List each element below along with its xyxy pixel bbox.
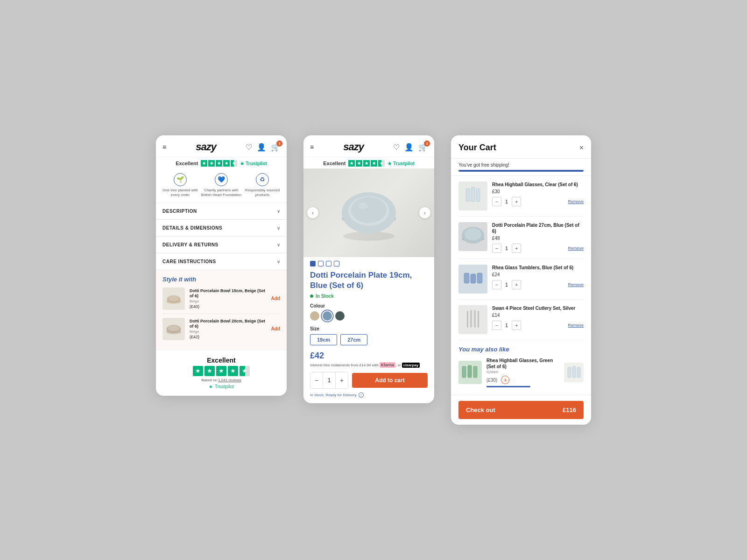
chevron-care: ∨: [277, 259, 280, 264]
klarna-text: Interest free instalments from £14.00 wi…: [310, 363, 428, 367]
account-icon-mid[interactable]: 👤: [404, 143, 414, 152]
qty-minus[interactable]: −: [310, 372, 323, 388]
colour-dark[interactable]: [335, 311, 345, 321]
cart-remove-2[interactable]: Remove: [568, 246, 584, 251]
cart-minus-2[interactable]: −: [492, 244, 501, 253]
tp-big-star-5: ★: [240, 366, 250, 376]
carousel-dot-2[interactable]: [318, 261, 324, 266]
style-item-add-bowl-20[interactable]: Add: [271, 326, 280, 331]
accordion-description[interactable]: DESCRIPTION ∨: [156, 203, 287, 220]
cart-item-controls-1: − 1 + Remove: [492, 197, 584, 206]
svg-rect-23: [477, 273, 482, 283]
brand-logo-left[interactable]: sazy: [196, 141, 216, 153]
feature-charity: 💙 Charity partners with British Heart Fo…: [201, 173, 242, 198]
accordion-delivery-label: DELIVERY & RETURNS: [162, 242, 218, 247]
svg-rect-30: [462, 366, 466, 378]
svg-rect-24: [458, 305, 487, 334]
cart-close-button[interactable]: ×: [579, 144, 584, 152]
cart-qty-3: − 1 +: [492, 280, 521, 289]
accordion-care-label: CARE INSTRUCTIONS: [162, 259, 216, 264]
accordion-details-label: DETAILS & DIMENSIONS: [162, 225, 222, 231]
delivery-note: In Stock. Ready for Delivery. i: [310, 392, 428, 398]
cart-minus-1[interactable]: −: [492, 197, 501, 206]
cart-remove-4[interactable]: Remove: [568, 323, 584, 328]
cart-item-price-4: £14: [492, 313, 584, 318]
header-icons-left: ♡ 👤 🛒 3: [246, 143, 280, 152]
cart-icon-mid[interactable]: 🛒 3: [418, 143, 428, 152]
menu-icon[interactable]: ≡: [162, 143, 166, 151]
cart-remove-1[interactable]: Remove: [568, 199, 584, 204]
info-icon[interactable]: i: [359, 392, 364, 398]
size-19cm[interactable]: 19cm: [310, 334, 337, 345]
rec-price-row-1: (£30) +: [486, 376, 559, 384]
colour-beige[interactable]: [310, 311, 319, 321]
heart-charity-icon: 💙: [215, 173, 228, 186]
rec-price-1: (£30): [486, 378, 497, 383]
cart-plus-2[interactable]: +: [512, 244, 521, 253]
rec-color-1: Green: [486, 370, 559, 374]
wishlist-icon[interactable]: ♡: [246, 143, 252, 152]
style-item-add-bowl-15[interactable]: Add: [271, 296, 280, 301]
reviews-link[interactable]: 1,041 reviews: [218, 378, 241, 382]
feature-eco: ♻ Responsibly sourced products: [242, 173, 283, 198]
size-27cm[interactable]: 27cm: [340, 334, 367, 345]
account-icon[interactable]: 👤: [257, 143, 266, 152]
cart-item-img-3: [458, 265, 487, 294]
qty-plus[interactable]: +: [336, 372, 348, 388]
cart-item-img-2: [458, 222, 487, 251]
style-item-color-bowl-20: Beige: [190, 329, 267, 334]
tp-star-3: ★: [216, 160, 222, 167]
screen-cart: Your Cart × You've got free shipping!: [451, 135, 591, 425]
free-shipping-progress: [458, 170, 584, 172]
feature-tree: 🌱 One tree planted with every order: [160, 173, 201, 198]
svg-rect-13: [466, 189, 470, 202]
brand-logo-mid[interactable]: sazy: [343, 141, 364, 153]
colour-swatches: [310, 311, 428, 321]
style-item-info-bowl-15: Dotti Porcelain Bowl 15cm, Beige (Set of…: [190, 288, 267, 309]
cart-plus-4[interactable]: +: [512, 321, 521, 330]
style-item-bowl-15: Dotti Porcelain Bowl 15cm, Beige (Set of…: [162, 287, 280, 314]
menu-icon-mid[interactable]: ≡: [310, 143, 314, 151]
svg-rect-27: [474, 310, 476, 328]
trustpilot-excellent: Excellent: [176, 161, 198, 166]
may-also-like-title: You may also like: [458, 346, 584, 353]
accordion-care[interactable]: CARE INSTRUCTIONS ∨: [156, 253, 287, 270]
screen-middle: ≡ sazy ♡ 👤 🛒 3 Excellent ★ ★ ★ ★ ★ ★ Tru…: [303, 135, 434, 403]
cart-plus-3[interactable]: +: [512, 280, 521, 289]
carousel-dot-3[interactable]: [326, 261, 331, 266]
cart-item-name-3: Rhea Glass Tumblers, Blue (Set of 6): [492, 265, 584, 271]
style-item-price-bowl-15: (£40): [190, 304, 267, 309]
cart-icon-left[interactable]: 🛒 3: [271, 143, 280, 152]
wishlist-icon-mid[interactable]: ♡: [393, 143, 400, 152]
checkout-button[interactable]: Check out £116: [458, 401, 584, 419]
accordion-delivery[interactable]: DELIVERY & RETURNS ∨: [156, 237, 287, 253]
cart-item-price-1: £30: [492, 189, 584, 194]
cart-qty-val-3: 1: [505, 282, 508, 287]
qty-value: 1: [323, 372, 336, 388]
free-shipping-bar: You've got free shipping!: [451, 159, 591, 176]
cart-remove-3[interactable]: Remove: [568, 282, 584, 287]
product-image: ‹ ›: [303, 168, 434, 257]
cart-item-3: Rhea Glass Tumblers, Blue (Set of 6) £24…: [458, 259, 584, 300]
accordion-details[interactable]: DETAILS & DIMENSIONS ∨: [156, 220, 287, 237]
add-to-cart-button[interactable]: Add to cart: [352, 373, 428, 388]
carousel-dot-4[interactable]: [334, 261, 339, 266]
cart-minus-4[interactable]: −: [492, 321, 501, 330]
tp-big-star-1: ★: [193, 366, 203, 376]
rec-progress-1: [486, 386, 530, 387]
carousel-prev[interactable]: ‹: [307, 207, 318, 218]
tp-star-5: ★: [231, 160, 237, 167]
may-also-like-section: You may also like Rhea Highball Glasses,…: [451, 340, 591, 395]
cart-plus-1[interactable]: +: [512, 197, 521, 206]
cart-qty-val-1: 1: [505, 199, 508, 204]
style-with-title: Style it with: [162, 276, 280, 283]
colour-blue[interactable]: [323, 311, 332, 321]
trustpilot-bar-mid: Excellent ★ ★ ★ ★ ★ ★ Trustpilot: [303, 157, 434, 168]
style-item-name-bowl-20: Dotti Porcelain Bowl 20cm, Beige (Set of…: [190, 319, 267, 329]
rec-add-btn-1[interactable]: +: [501, 376, 509, 384]
svg-point-10: [351, 197, 387, 223]
carousel-dot-1[interactable]: [310, 261, 316, 266]
screen-left: ≡ sazy ♡ 👤 🛒 3 Excellent ★ ★ ★ ★ ★ ★ Tru…: [156, 135, 287, 396]
carousel-next[interactable]: ›: [419, 207, 430, 218]
cart-minus-3[interactable]: −: [492, 280, 501, 289]
